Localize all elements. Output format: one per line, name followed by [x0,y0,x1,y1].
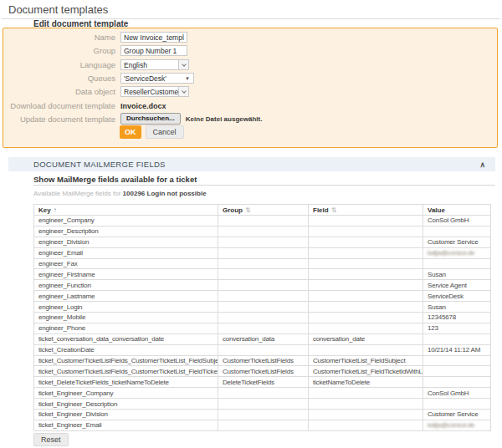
cell-group [218,399,309,410]
cell-field [309,226,423,237]
group-label: Group [7,46,115,55]
sort-ascending-icon: ↑ [54,206,57,214]
browse-file-button[interactable]: Durchsuchen... [120,113,181,125]
cell-value: Susan [423,269,491,280]
cell-group [218,302,309,313]
form-row-group: Group [7,45,187,56]
cell-field [309,410,423,420]
cell-value: 12345678 [423,313,491,323]
cell-key: engineer_Function [34,280,218,291]
cell-value [423,226,491,237]
cell-value [423,377,491,388]
name-input[interactable] [120,32,187,43]
cell-value: ConSol GmbH [423,216,491,227]
table-row: ticket_conversation_data_conversation_da… [34,333,491,344]
cell-field [309,323,423,333]
cell-field [309,420,423,430]
table-row: engineer_Description [34,226,491,237]
data-object-select[interactable]: ResellerCustomer (Res [120,86,189,97]
cell-key: engineer_Phone [34,323,218,333]
download-template-link[interactable]: Invoice.docx [120,102,166,110]
table-row: engineer_Phone123 [34,323,491,333]
form-row-name: Name [7,32,187,43]
cell-field: CustomerTicketList_FieldTicketIdWithLink [309,366,423,377]
cell-key: engineer_Firstname [34,269,218,280]
cell-value: Service Agent [423,280,491,291]
group-input[interactable] [120,45,187,56]
cell-group [218,323,309,333]
cell-field [309,280,423,291]
collapse-up-icon[interactable]: ∧ [479,160,485,169]
cell-key: engineer_Description [34,226,218,237]
language-select[interactable]: English [120,59,189,70]
cell-field: CustomerTicketList_FieldSubject [309,355,423,366]
cell-field [309,388,423,399]
dropdown-arrow-icon: ▼ [185,76,193,81]
language-selected-value: English [121,61,178,69]
cell-value: Customer Service [423,237,491,247]
cell-key: ticket_Engineer_Email [34,420,218,430]
table-row: ticket_Engineer_Description [34,399,491,410]
cell-value [423,355,491,366]
cell-group [218,410,309,420]
cell-field [309,216,423,227]
cell-value: Susan [423,302,491,313]
column-header-group[interactable]: Group⇅ [218,205,309,216]
mailmerge-fields-table: Key↑ Group⇅ Field⇅ Value engineer_Compan… [33,204,491,431]
table-row: engineer_FirstnameSusan [34,269,491,280]
table-row: ticket_Engineer_CompanyConSol GmbH [34,388,491,399]
data-object-label: Data object [7,87,115,96]
cell-value: ServiceDesk [423,291,491,302]
table-row: engineer_LastnameServiceDesk [34,291,491,302]
mailmerge-section-title: DOCUMENT MAILMERGE FIELDS [33,160,166,169]
table-row: engineer_DivisionCustomer Service [34,237,491,247]
cell-group [218,344,309,355]
cell-key: engineer_Fax [34,258,218,269]
page-title: Document templates [8,3,108,16]
column-header-key[interactable]: Key↑ [34,205,218,216]
cell-field [309,258,423,269]
file-selection-hint: Keine Datei ausgewählt. [186,115,263,123]
cell-key: ticket_Engineer_Division [34,410,218,420]
cell-group: CustomerTicketListFields [218,355,309,366]
table-row: ticket_CreationDate10/21/14 11:12 AM [34,344,491,355]
cell-value: ConSol GmbH [423,388,491,399]
cell-field [309,269,423,280]
cell-value [423,366,491,377]
cell-value: 10/21/14 11:12 AM [423,344,491,355]
table-row: engineer_Mobile12345678 [34,313,491,323]
update-template-label: Update document template [7,115,115,124]
ok-button[interactable]: OK [120,125,141,139]
mailmerge-table-body: engineer_CompanyConSol GmbHengineer_Desc… [34,216,491,431]
queues-multiselect[interactable]: 'ServiceDesk' ▼ [120,73,194,84]
table-row: engineer_Emailkatja@consol.de [34,247,491,258]
cell-value [423,333,491,344]
cell-key: ticket_Engineer_Description [34,399,218,410]
cell-group: conversation_data [218,333,309,344]
chevron-down-icon [178,60,188,69]
cell-key: engineer_Company [34,216,218,227]
download-template-label: Download document template [7,101,115,110]
context-ticket-value: 100296 Login not possible [123,190,207,197]
table-row: ticket_CustomerTicketListFields_Customer… [34,366,491,377]
queues-selected-value: 'ServiceDesk' [121,74,185,83]
cell-group [218,313,309,323]
table-row: ticket_Engineer_DivisionCustomer Service [34,410,491,420]
cell-field: conversation_date [309,333,423,344]
cell-field [309,313,423,323]
cell-value: katja@consol.de [423,420,491,430]
cell-group [218,420,309,430]
mailmerge-section-header[interactable]: DOCUMENT MAILMERGE FIELDS ∧ [8,157,495,171]
cell-group [218,291,309,302]
table-row: ticket_Engineer_Emailkatja@consol.de [34,420,491,430]
column-header-value: Value [423,205,491,216]
cell-group: DeleteTicketFields [218,377,309,388]
cell-group [218,247,309,258]
cell-group: CustomerTicketListFields [218,366,309,377]
form-row-data-object: Data object ResellerCustomer (Res [7,86,189,97]
cancel-button[interactable]: Cancel [146,125,184,139]
column-header-field[interactable]: Field⇅ [309,205,423,216]
table-header-row: Key↑ Group⇅ Field⇅ Value [34,205,491,216]
reset-button[interactable]: Reset [33,433,69,446]
form-row-language: Language English [7,59,189,70]
